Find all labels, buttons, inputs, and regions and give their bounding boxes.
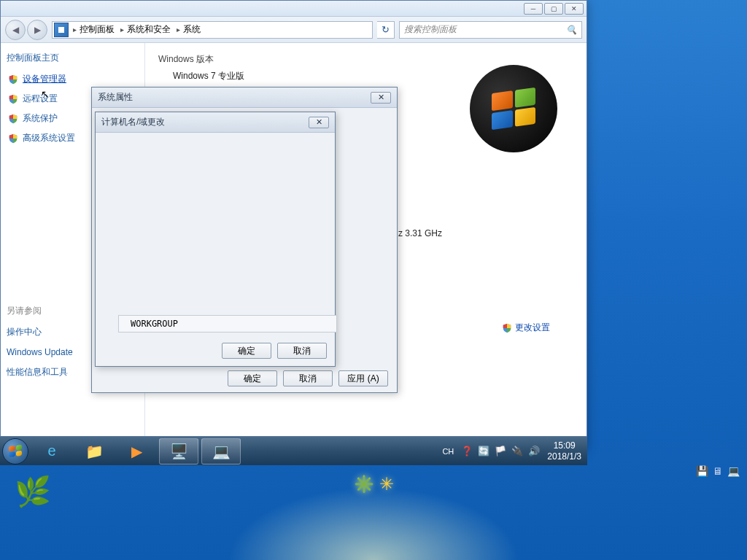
sysprops-ok-button[interactable]: 确定	[228, 370, 277, 386]
taskbar: e 📁 ▶ 🖥️ 💻 CH ❓ 🔄 🏳️ 🔌 🔊 15:09 2018/1/3	[0, 436, 587, 465]
taskbar-media-player[interactable]: ▶	[117, 438, 156, 464]
bc-seg[interactable]: 控制面板	[80, 23, 115, 36]
shield-icon	[8, 74, 18, 85]
tray-volume-icon[interactable]: 🔊	[528, 446, 540, 456]
shield-icon	[8, 114, 18, 124]
namechange-ok-button[interactable]: 确定	[222, 343, 271, 359]
taskbar-clock[interactable]: 15:09 2018/1/3	[547, 440, 581, 462]
computer-icon[interactable]: 💻	[727, 465, 740, 477]
search-input[interactable]: 搜索控制面板 🔍	[399, 21, 582, 39]
change-settings-link[interactable]: 更改设置	[502, 322, 550, 334]
tray-network-icon[interactable]: 🔌	[511, 446, 523, 456]
sidebar-system-protection[interactable]: 系统保护	[23, 112, 58, 125]
edition-header: Windows 版本	[158, 53, 573, 66]
tray-action-icon[interactable]: 🏳️	[495, 446, 506, 456]
sysprops-titlebar[interactable]: 系统属性 ✕	[92, 88, 397, 108]
wallpaper-flower: ✳️ ✳	[353, 474, 395, 494]
workgroup-group: WORKGROUP 确定 取消	[118, 315, 337, 363]
close-icon[interactable]: ✕	[371, 92, 391, 104]
taskbar-explorer[interactable]: 📁	[74, 438, 114, 464]
shield-icon	[8, 94, 18, 104]
shield-icon	[8, 133, 18, 144]
sidebar-home[interactable]: 控制面板主页	[7, 52, 139, 64]
titlebar: ─ ▢ ✕	[1, 1, 587, 17]
close-button[interactable]: ✕	[565, 3, 584, 15]
tray-updates-icon[interactable]: 🔄	[478, 446, 489, 456]
nav-toolbar: ◀ ▶ ▸控制面板 ▸系统和安全 ▸系统 ↻ 搜索控制面板 🔍	[1, 17, 587, 43]
system-tray: CH ❓ 🔄 🏳️ 🔌 🔊 15:09 2018/1/3	[436, 440, 587, 462]
search-icon: 🔍	[566, 25, 577, 35]
bc-seg[interactable]: 系统	[183, 23, 201, 36]
shield-icon	[502, 323, 512, 333]
workgroup-value: WORKGROUP	[118, 315, 337, 332]
monitor-icon[interactable]: 🖥	[713, 465, 723, 477]
bc-seg[interactable]: 系统和安全	[127, 23, 171, 36]
breadcrumb[interactable]: ▸控制面板 ▸系统和安全 ▸系统	[52, 21, 373, 39]
windows-logo	[470, 65, 557, 152]
namechange-titlebar[interactable]: 计算机名/域更改 ✕	[96, 112, 335, 133]
tray-help-icon[interactable]: ❓	[461, 446, 473, 456]
language-indicator[interactable]: CH	[442, 447, 454, 456]
refresh-button[interactable]: ↻	[377, 21, 395, 39]
drive-icon[interactable]: 💾	[696, 465, 708, 477]
sysprops-cancel-button[interactable]: 取消	[283, 370, 333, 386]
control-panel-icon	[54, 23, 69, 37]
sidebar-remote-settings[interactable]: 远程设置	[23, 93, 58, 105]
taskbar-control-panel[interactable]: 🖥️	[159, 438, 198, 464]
back-button[interactable]: ◀	[5, 20, 26, 40]
sidebar-device-manager[interactable]: 设备管理器	[23, 73, 66, 85]
close-icon[interactable]: ✕	[309, 117, 329, 128]
taskbar-ie[interactable]: e	[32, 438, 71, 464]
forward-button[interactable]: ▶	[27, 20, 47, 40]
sysprops-apply-button[interactable]: 应用 (A)	[338, 370, 388, 386]
start-button[interactable]	[0, 437, 31, 466]
taskbar-system[interactable]: 💻	[201, 438, 241, 464]
sidebar-advanced-settings[interactable]: 高级系统设置	[23, 132, 75, 144]
namechange-cancel-button[interactable]: 取消	[277, 343, 327, 359]
minimize-button[interactable]: ─	[524, 3, 543, 15]
wallpaper-leaf: 🌿	[15, 475, 51, 509]
maximize-button[interactable]: ▢	[544, 3, 563, 15]
desktop-quick-icons: 💾 🖥 💻	[696, 465, 740, 477]
